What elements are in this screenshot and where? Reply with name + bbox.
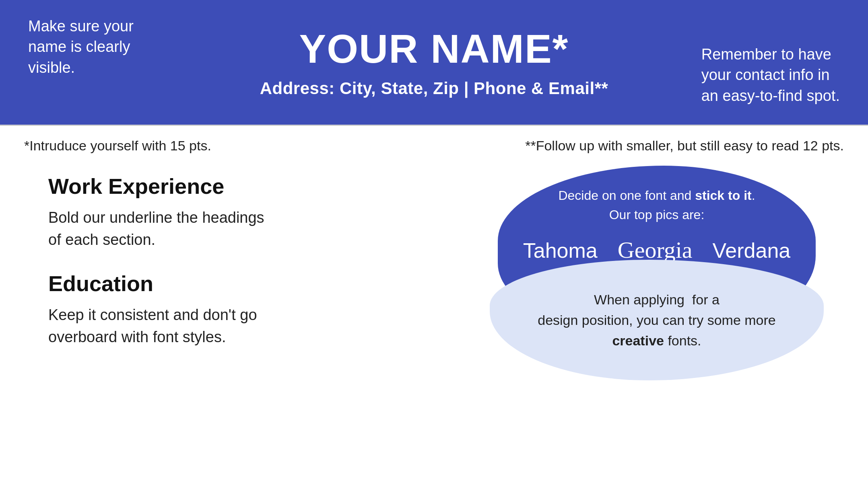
right-tip-text: Remember to have your contact info in an…	[701, 46, 840, 104]
header-address: Address: City, State, Zip | Phone & Emai…	[260, 79, 608, 98]
footnotes-row: *Intruduce yourself with 15 pts. **Follo…	[0, 126, 868, 158]
footnote-left: *Intruduce yourself with 15 pts.	[24, 138, 211, 154]
right-column: Decide on one font and stick to it. Our …	[478, 166, 820, 368]
work-experience-body: Bold our underline the headings of each …	[48, 207, 445, 251]
left-column: Work Experience Bold our underline the h…	[48, 166, 478, 368]
footnote-right: **Follow up with smaller, but still easy…	[525, 138, 844, 154]
your-name-title: YOUR NAME*	[260, 27, 608, 71]
main-content: Work Experience Bold our underline the h…	[0, 158, 868, 368]
light-blob: When applying for a design position, you…	[490, 260, 824, 380]
header-right-tip: Remember to have your contact info in an…	[701, 44, 840, 106]
font-names-row1: Tahoma Georgia Verdana	[523, 236, 791, 263]
font-georgia-label: Georgia	[618, 236, 693, 263]
light-blob-text: When applying for a design position, you…	[538, 289, 776, 351]
education-section: Education Keep it consistent and don't g…	[48, 271, 445, 348]
left-tip-text: Make sure your name is clearly visible.	[28, 18, 134, 76]
work-experience-section: Work Experience Bold our underline the h…	[48, 174, 445, 251]
header-banner: Make sure your name is clearly visible. …	[0, 0, 868, 125]
font-verdana-label: Verdana	[713, 238, 791, 263]
education-heading: Education	[48, 271, 445, 296]
header-left-tip: Make sure your name is clearly visible.	[28, 16, 134, 78]
work-experience-heading: Work Experience	[48, 174, 445, 199]
font-tahoma-label: Tahoma	[523, 238, 598, 263]
header-center: YOUR NAME* Address: City, State, Zip | P…	[260, 27, 608, 98]
font-blob-text: Decide on one font and stick to it. Our …	[558, 186, 755, 224]
education-body: Keep it consistent and don't go overboar…	[48, 304, 445, 348]
